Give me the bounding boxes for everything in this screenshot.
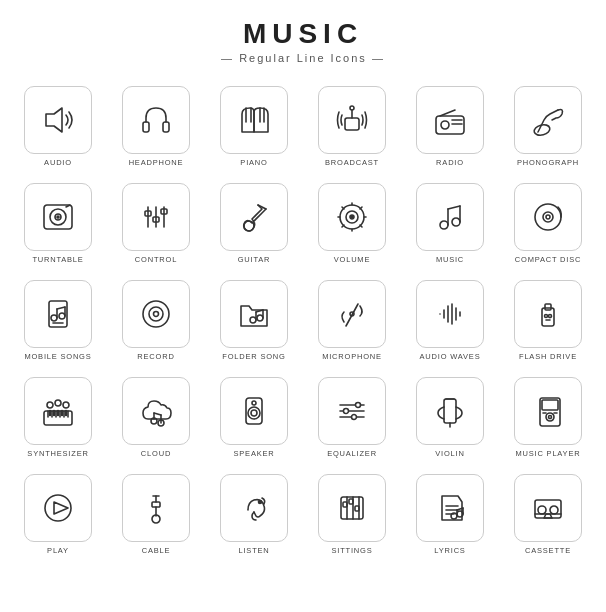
compact-disc-label: COMPACT DISC bbox=[515, 255, 581, 264]
icon-cell-sittings: SITTINGS bbox=[304, 468, 400, 559]
svg-point-90 bbox=[63, 402, 69, 408]
lyrics-icon-box bbox=[416, 474, 484, 542]
svg-point-50 bbox=[51, 315, 57, 321]
icon-cell-headphone: HEADPHONE bbox=[108, 80, 204, 171]
icon-cell-synthesizer: SYNTHESIZER bbox=[10, 371, 106, 462]
svg-rect-1 bbox=[143, 122, 149, 132]
synthesizer-label: SYNTHESIZER bbox=[27, 449, 88, 458]
violin-icon-box bbox=[416, 377, 484, 445]
broadcast-icon-box bbox=[318, 86, 386, 154]
icon-cell-volume: VOLUME bbox=[304, 177, 400, 268]
icon-cell-audio: AUDIO bbox=[10, 80, 106, 171]
svg-point-15 bbox=[533, 123, 551, 137]
folder-song-label: FOLDER SONG bbox=[222, 352, 285, 361]
icon-cell-music-player: MUSIC PLAYER bbox=[500, 371, 596, 462]
svg-point-56 bbox=[149, 307, 163, 321]
svg-point-103 bbox=[344, 409, 349, 414]
svg-point-138 bbox=[538, 506, 546, 514]
headphone-label: HEADPHONE bbox=[129, 158, 184, 167]
svg-point-41 bbox=[452, 218, 460, 226]
svg-point-74 bbox=[549, 315, 552, 318]
play-label: PLAY bbox=[47, 546, 69, 555]
listen-icon-box bbox=[220, 474, 288, 542]
equalizer-label: EQUALIZER bbox=[327, 449, 377, 458]
icon-cell-folder-song: FOLDER SONG bbox=[206, 274, 302, 365]
svg-point-97 bbox=[248, 407, 260, 419]
svg-point-88 bbox=[47, 402, 53, 408]
svg-point-55 bbox=[143, 301, 169, 327]
mobile-songs-icon-box bbox=[24, 280, 92, 348]
svg-point-11 bbox=[441, 121, 449, 129]
icon-cell-lyrics: LYRICS bbox=[402, 468, 498, 559]
svg-rect-72 bbox=[545, 304, 551, 310]
icon-cell-cassette: CASSETTE bbox=[500, 468, 596, 559]
control-label: CONTROL bbox=[135, 255, 177, 264]
icon-cell-flash-drive: FLASH DRIVE bbox=[500, 274, 596, 365]
svg-point-105 bbox=[356, 403, 361, 408]
radio-icon-box bbox=[416, 86, 484, 154]
svg-rect-7 bbox=[345, 118, 359, 130]
phonograph-label: PHONOGRAPH bbox=[517, 158, 579, 167]
icon-cell-piano: PIANO bbox=[206, 80, 302, 171]
svg-point-58 bbox=[250, 317, 256, 323]
audio-label: AUDIO bbox=[44, 158, 72, 167]
svg-line-63 bbox=[346, 304, 358, 326]
svg-line-14 bbox=[440, 110, 455, 116]
audio-waves-icon-box bbox=[416, 280, 484, 348]
audio-waves-label: AUDIO WAVES bbox=[420, 352, 481, 361]
icon-cell-listen: LISTEN bbox=[206, 468, 302, 559]
svg-point-9 bbox=[350, 106, 354, 110]
icon-cell-equalizer: EQUALIZER bbox=[304, 371, 400, 462]
turntable-icon-box bbox=[24, 183, 92, 251]
svg-rect-2 bbox=[163, 122, 169, 132]
icon-cell-broadcast: BROADCAST bbox=[304, 80, 400, 171]
cable-label: CABLE bbox=[142, 546, 171, 555]
svg-point-104 bbox=[352, 415, 357, 420]
svg-line-54 bbox=[57, 307, 65, 309]
icon-cell-audio-waves: AUDIO WAVES bbox=[402, 274, 498, 365]
folder-song-icon-box bbox=[220, 280, 288, 348]
icon-cell-violin: VIOLIN bbox=[402, 371, 498, 462]
turntable-label: TURNTABLE bbox=[32, 255, 83, 264]
lyrics-label: LYRICS bbox=[434, 546, 465, 555]
play-icon-box bbox=[24, 474, 92, 542]
svg-point-73 bbox=[545, 315, 548, 318]
volume-icon-box bbox=[318, 183, 386, 251]
page-title: MUSIC bbox=[243, 18, 363, 50]
mobile-songs-label: MOBILE SONGS bbox=[24, 352, 91, 361]
icon-cell-cloud: CLOUD bbox=[108, 371, 204, 462]
svg-point-57 bbox=[154, 312, 159, 317]
volume-label: VOLUME bbox=[334, 255, 370, 264]
broadcast-label: BROADCAST bbox=[325, 158, 379, 167]
flash-drive-label: FLASH DRIVE bbox=[519, 352, 577, 361]
svg-point-98 bbox=[251, 410, 257, 416]
microphone-icon-box bbox=[318, 280, 386, 348]
microphone-label: MICROPHONE bbox=[322, 352, 382, 361]
music-player-icon-box bbox=[514, 377, 582, 445]
cassette-label: CASSETTE bbox=[525, 546, 571, 555]
cable-icon-box bbox=[122, 474, 190, 542]
svg-point-51 bbox=[59, 313, 65, 319]
svg-point-47 bbox=[546, 215, 550, 219]
svg-point-46 bbox=[543, 212, 553, 222]
svg-point-45 bbox=[535, 204, 561, 230]
piano-icon-box bbox=[220, 86, 288, 154]
icon-cell-compact-disc: COMPACT DISC bbox=[500, 177, 596, 268]
phonograph-icon-box bbox=[514, 86, 582, 154]
guitar-icon-box bbox=[220, 183, 288, 251]
svg-point-27 bbox=[244, 221, 254, 231]
icon-cell-control: CONTROL bbox=[108, 177, 204, 268]
icon-grid: AUDIO HEADPHONE PIANO BROADCAST RADIO PH… bbox=[10, 80, 596, 559]
flash-drive-icon-box bbox=[514, 280, 582, 348]
svg-point-121 bbox=[259, 501, 262, 504]
record-icon-box bbox=[122, 280, 190, 348]
svg-rect-126 bbox=[343, 502, 347, 507]
page-subtitle: — Regular Line Icons — bbox=[221, 52, 385, 64]
svg-line-95 bbox=[154, 413, 161, 415]
svg-point-111 bbox=[546, 413, 554, 421]
svg-line-44 bbox=[448, 206, 460, 209]
svg-point-139 bbox=[550, 506, 558, 514]
record-label: RECORD bbox=[137, 352, 174, 361]
headphone-icon-box bbox=[122, 86, 190, 154]
cassette-icon-box bbox=[514, 474, 582, 542]
